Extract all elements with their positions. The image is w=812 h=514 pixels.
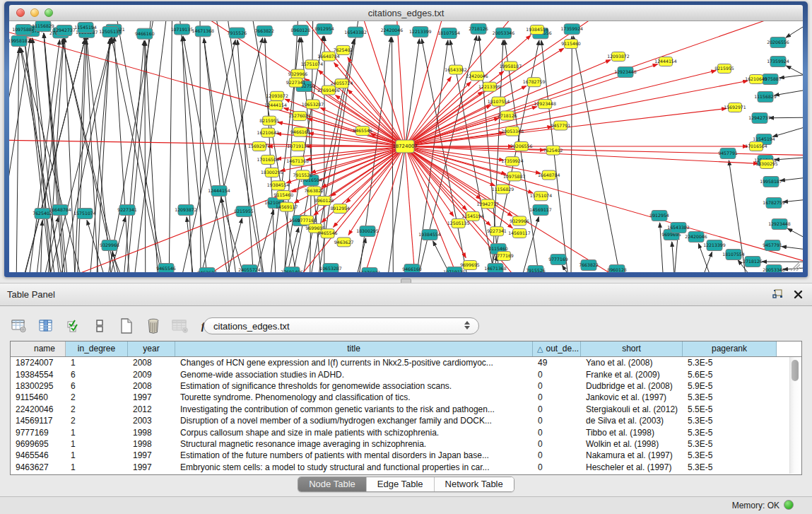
close-panel-icon[interactable]	[792, 288, 804, 300]
table-row[interactable]: 1872400712008Changes of HCN gene express…	[11, 357, 801, 368]
cell-short[interactable]: Stergiakouli et al. (2012)	[581, 404, 683, 414]
cell-in_degree[interactable]: 2	[66, 404, 128, 414]
resize-grip-icon[interactable]	[791, 262, 800, 271]
vertical-scrollbar[interactable]	[789, 357, 801, 474]
graph-node[interactable]: 9463627	[197, 268, 217, 273]
cell-pagerank[interactable]: 5.3E-5	[683, 416, 777, 426]
column-header-name[interactable]: name	[11, 341, 66, 356]
delete-icon[interactable]	[144, 317, 163, 335]
cell-title[interactable]: Estimation of the future numbers of pati…	[175, 450, 533, 460]
cell-pagerank[interactable]: 5.3E-5	[683, 450, 777, 460]
cell-title[interactable]: Corpus callosum shape and size in male p…	[175, 428, 533, 438]
graph-node[interactable]: 2718126	[469, 23, 488, 34]
graph-node[interactable]: 27691406	[281, 267, 303, 273]
graph-node[interactable]: 15276021	[288, 112, 311, 121]
graph-node[interactable]: 10653287	[319, 264, 342, 273]
graph-node[interactable]: 12923448	[614, 67, 637, 78]
table-row[interactable]: 1830029562008Estimation of significance …	[11, 380, 801, 392]
cell-name[interactable]: 9115460	[11, 392, 66, 402]
graph-node[interactable]: 15692971	[248, 142, 271, 151]
graph-node[interactable]: 18300295	[755, 160, 778, 169]
cell-out_degree[interactable]: 0	[533, 404, 581, 414]
column-header-in_degree[interactable]: in_degree	[66, 341, 128, 356]
zoom-window-icon[interactable]	[45, 8, 53, 17]
cell-title[interactable]: Changes of HCN gene expression and I(f) …	[175, 358, 533, 368]
graph-node[interactable]: 16782759	[523, 78, 546, 87]
close-window-icon[interactable]	[16, 8, 25, 17]
cell-year[interactable]: 1997	[128, 450, 175, 460]
table-row[interactable]: 946362711997Embryonic stem cells: a mode…	[11, 462, 801, 473]
graph-node[interactable]: 15692971	[724, 103, 746, 112]
cell-out_degree[interactable]: 0	[533, 416, 581, 426]
cell-year[interactable]: 2012	[128, 404, 175, 414]
cell-in_degree[interactable]: 1	[66, 439, 128, 449]
table-settings-icon[interactable]	[10, 317, 28, 335]
graph-node[interactable]: 17359924	[501, 157, 524, 166]
cell-year[interactable]: 2009	[128, 370, 175, 380]
graph-node[interactable]: 12942737	[477, 199, 500, 209]
cell-year[interactable]: 2008	[128, 381, 175, 391]
graph-node[interactable]: 2718126	[498, 111, 517, 120]
cell-title[interactable]: Embryonic stem cells: a model to study s…	[175, 462, 533, 472]
cell-short[interactable]: Yano et al. (2008)	[581, 358, 683, 368]
cell-title[interactable]: Disruption of a novel member of a sodium…	[175, 416, 533, 426]
graph-node[interactable]: 18300295	[356, 226, 379, 237]
cell-short[interactable]: Tibbo et al. (1998)	[581, 428, 683, 438]
graph-node[interactable]: 16543382	[344, 27, 367, 37]
graph-node[interactable]: 22420046	[466, 71, 488, 81]
cell-pagerank[interactable]: 5.3E-5	[683, 462, 777, 472]
graph-node[interactable]: 14671368	[484, 264, 507, 273]
graph-node[interactable]: 9777169	[548, 255, 568, 265]
cell-short[interactable]: Hescheler et al. (1997)	[581, 462, 683, 472]
graph-node[interactable]: 20206556	[767, 37, 789, 48]
graph-node[interactable]: 8215955	[259, 116, 279, 125]
cell-in_degree[interactable]: 2	[66, 416, 128, 426]
graph-node[interactable]: 10653287	[302, 100, 324, 109]
graph-node[interactable]: 12213399	[478, 82, 501, 91]
graph-node[interactable]: 14569117	[508, 229, 531, 238]
cell-name[interactable]: 18724007	[11, 358, 66, 368]
graph-node[interactable]: 10719135	[287, 142, 310, 151]
graph-node[interactable]: 12505135	[99, 27, 122, 37]
graph-node[interactable]: 15751074	[530, 192, 553, 201]
minimize-window-icon[interactable]	[30, 8, 39, 17]
graph-node[interactable]: 9465546	[156, 264, 176, 273]
network-canvas[interactable]: 2405572427691406106532871527602194661601…	[9, 21, 803, 272]
cell-title[interactable]: Estimation of significance thresholds fo…	[175, 381, 533, 391]
window-titlebar[interactable]: citations_edges.txt	[9, 5, 803, 21]
cell-in_degree[interactable]: 1	[66, 428, 128, 438]
graph-node[interactable]: 9466160	[135, 28, 155, 39]
graph-node[interactable]: 12505135	[447, 218, 470, 228]
cell-out_degree[interactable]: 0	[533, 439, 581, 449]
tab-edge-table[interactable]: Edge Table	[366, 477, 434, 491]
scrollbar-thumb[interactable]	[792, 360, 799, 381]
graph-node[interactable]: 9329966	[288, 69, 308, 78]
cell-short[interactable]: Wolkin et al. (1998)	[581, 439, 683, 449]
graph-node[interactable]: 7915526	[293, 170, 313, 180]
graph-node[interactable]: 9115460	[274, 191, 294, 200]
cell-out_degree[interactable]: 0	[533, 450, 581, 460]
graph-node[interactable]: 11156829	[32, 21, 54, 32]
graph-node[interactable]: 8960128	[314, 197, 334, 206]
graph-node[interactable]: 17016504	[257, 155, 279, 164]
cell-short[interactable]: Franke et al. (2009)	[581, 370, 683, 380]
graph-node[interactable]: 10975887	[503, 172, 526, 181]
graph-node[interactable]: 12923448	[534, 100, 556, 109]
cell-out_degree[interactable]: 0	[533, 428, 581, 438]
cell-out_degree[interactable]: 0	[533, 381, 581, 391]
graph-node[interactable]: 16543382	[667, 223, 690, 233]
graph-node[interactable]: 14671368	[192, 26, 215, 37]
cell-pagerank[interactable]: 5.3E-5	[683, 428, 777, 438]
graph-node[interactable]: 16648784	[49, 205, 71, 216]
cell-in_degree[interactable]: 6	[66, 381, 128, 391]
cell-title[interactable]: Genome-wide association studies in ADHD.	[175, 370, 533, 380]
graph-node[interactable]: 9777169	[494, 252, 514, 261]
graph-node[interactable]: 9457791	[718, 148, 738, 159]
graph-node[interactable]: 7625402	[543, 146, 563, 155]
graph-node[interactable]: 12093872	[607, 52, 630, 62]
cell-year[interactable]: 2008	[128, 358, 175, 368]
cell-pagerank[interactable]: 5.6E-5	[683, 370, 777, 380]
table-row[interactable]: 969969511998Structural magnetic resonanc…	[11, 438, 801, 450]
graph-node[interactable]: 9465546	[353, 127, 372, 136]
column-header-out_degree[interactable]: △out_de...	[533, 341, 581, 356]
